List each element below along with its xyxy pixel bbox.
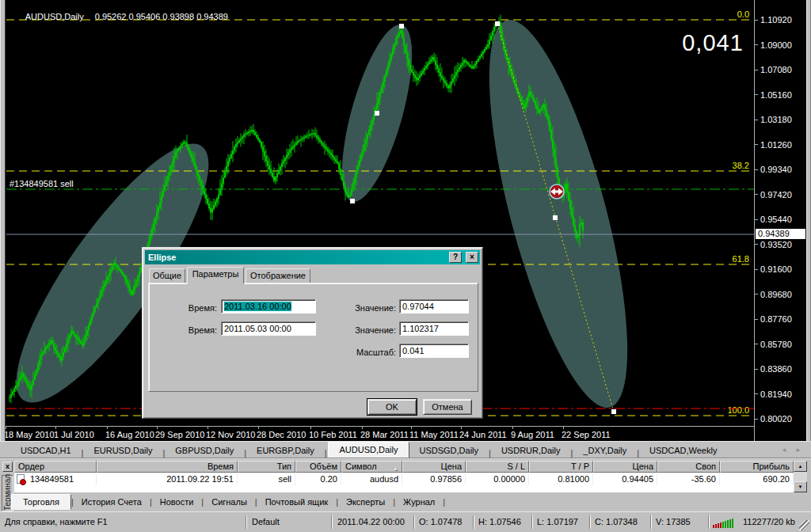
date-axis-label: 1 Jul 2010 — [54, 430, 94, 439]
date-axis-label: 18 May 2010 — [4, 430, 55, 439]
selection-handle[interactable] — [399, 24, 404, 28]
date-axis-label: 12 Nov 2010 — [206, 430, 255, 439]
price-axis-label: 0.80020 — [760, 414, 792, 424]
date-tick — [157, 427, 158, 429]
date-axis-label: 10 Feb 2011 — [309, 430, 357, 439]
tab-scroll-arrows-icon[interactable]: ◄ ► — [781, 446, 805, 454]
price-axis-label: 1.09000 — [760, 40, 792, 50]
status-separator — [708, 515, 710, 529]
terminal-tab-5[interactable]: Почтовый ящик — [257, 496, 336, 508]
order-document-icon — [17, 474, 25, 484]
price-axis-label: 0.99340 — [760, 165, 792, 174]
status-separator — [246, 515, 247, 529]
terminal-tab-6[interactable]: Эксперты — [338, 496, 393, 508]
terminal-close-icon[interactable]: x — [2, 462, 13, 472]
terminal-tab-1[interactable]: Торговля — [11, 494, 71, 510]
date-axis-label: 9 Aug 2011 — [511, 430, 554, 439]
selection-handle[interactable] — [375, 111, 379, 116]
status-item-1: Для справки, нажмите F1 — [5, 517, 108, 526]
parameters-panel — [148, 283, 478, 392]
price-axis-label: 0.95440 — [760, 215, 792, 224]
time-axis[interactable]: 18 May 20101 Jul 201016 Aug 201029 Sep 2… — [0, 427, 754, 441]
ok-button[interactable]: OK — [367, 399, 417, 415]
resize-grip-icon[interactable] — [799, 520, 809, 530]
tab-display[interactable]: Отображение — [246, 268, 310, 283]
selection-handle[interactable] — [611, 409, 616, 414]
scroll-down-icon[interactable]: ▼ — [794, 481, 807, 492]
column-header-3[interactable]: Тип — [238, 461, 295, 473]
sort-ascending-icon: ▲ — [393, 463, 398, 473]
close-icon[interactable]: × — [466, 252, 478, 263]
status-item-8: V: 17385 — [656, 517, 691, 526]
chart-tab-usdcad-weekly[interactable]: USDCAD,Weekly — [640, 443, 726, 458]
fib-level-label: 61.8 — [733, 254, 749, 264]
price-axis-label: 1.05160 — [760, 90, 792, 100]
help-icon[interactable]: ? — [449, 252, 462, 263]
column-header-5[interactable]: ▲Символ — [341, 461, 402, 473]
price-tick — [755, 120, 758, 120]
price-axis[interactable]: 1.109201.090001.070801.051601.031801.012… — [754, 0, 806, 441]
column-header-7[interactable]: S / L — [466, 461, 529, 473]
price-axis-label: 0.91600 — [760, 264, 792, 274]
price-axis-label: 0.87760 — [760, 314, 792, 324]
column-header-10[interactable]: Своп — [657, 461, 720, 473]
status-item-9: 112277/20 kb — [743, 517, 795, 526]
terminal-tab-3[interactable]: Новости — [152, 496, 202, 508]
order-cell-4: 0.20 — [295, 473, 341, 485]
date-tick — [55, 427, 56, 429]
terminal-tab-2[interactable]: История Счета — [74, 496, 150, 508]
date-axis-label: 24 Jun 2011 — [459, 430, 507, 439]
chart-title: AUDUSD,Daily0.95262 0.95406 0.93898 0.94… — [11, 2, 228, 31]
order-row[interactable]: 1348495812011.09.22 19:51sell0.20audusd0… — [14, 473, 794, 485]
selection-handle[interactable] — [553, 215, 558, 220]
column-header-11[interactable]: Прибыль — [720, 461, 794, 473]
date-tick — [6, 427, 6, 429]
dialog-titlebar[interactable]: Ellipse ? × — [145, 250, 480, 264]
column-header-6[interactable]: Цена — [402, 461, 466, 473]
status-item-6: L: 1.07197 — [537, 517, 578, 526]
date-tick — [208, 427, 208, 429]
price-axis-label: 1.10920 — [760, 15, 792, 25]
terminal-tab-7[interactable]: Журнал — [395, 496, 443, 508]
scroll-up-icon[interactable]: ▲ — [794, 461, 807, 472]
chart-tab--dxy-daily[interactable]: _DXY,Daily — [573, 443, 636, 458]
tab-common[interactable]: Общие — [149, 268, 185, 283]
table-scrollbar[interactable]: ▲ ▼ — [794, 461, 807, 492]
chart-tab-eurusd-daily[interactable]: EURUSD,Daily — [84, 443, 162, 458]
price-tick — [755, 169, 758, 170]
price-axis-label: 0.85780 — [760, 340, 792, 349]
terminal-tab-4[interactable]: Сигналы — [204, 496, 255, 508]
price-axis-label: 0.83860 — [760, 364, 792, 374]
chart-tab-eurgbp-daily[interactable]: EURGBP,Daily — [247, 443, 324, 458]
orders-table: ОрдерВремяТипОбъём▲СимволЦенаS / LT / PЦ… — [14, 461, 794, 492]
chart-tab-usdsgd-daily[interactable]: USDSGD,Daily — [409, 443, 488, 458]
price-tick — [755, 44, 758, 45]
column-header-4[interactable]: Объём — [295, 461, 341, 473]
connection-signal-icon — [713, 517, 737, 528]
selection-handle[interactable] — [350, 199, 355, 203]
date-axis-label: 28 Mar 2011 — [360, 430, 409, 439]
current-price-tag: 0.94389 — [756, 229, 805, 239]
column-header-1[interactable]: Ордер — [14, 461, 97, 473]
price-axis-label: 0.89680 — [760, 290, 792, 299]
order-cell-6: 0.97856 — [402, 473, 466, 485]
price-tick — [755, 294, 758, 294]
cancel-button[interactable]: Отмена — [423, 399, 472, 415]
price-tick — [755, 219, 758, 220]
column-header-2[interactable]: Время — [97, 461, 238, 473]
column-header-9[interactable]: Цена — [593, 461, 657, 473]
chart-tab-gbpusd-daily[interactable]: GBPUSD,Daily — [166, 443, 243, 458]
ellipse-object-3[interactable] — [461, 8, 656, 420]
status-separator — [413, 515, 415, 529]
price-tick — [755, 419, 758, 420]
column-header-8[interactable]: T / P — [529, 461, 593, 473]
chart-tab-usdrur-daily[interactable]: USDRUR,Daily — [492, 443, 570, 458]
order-cell-8: 0.81000 — [529, 473, 593, 485]
chart-tab-audusd-daily[interactable]: AUDUSD,Daily — [328, 442, 410, 458]
selection-handle[interactable] — [495, 21, 500, 26]
chart-tab-usdcad-h1[interactable]: USDCAD,H1 — [11, 443, 81, 458]
price-axis-label: 1.03180 — [760, 115, 792, 124]
price-tick — [755, 20, 758, 21]
tab-parameters[interactable]: Параметры — [187, 267, 244, 284]
status-item-2: Default — [252, 517, 280, 526]
